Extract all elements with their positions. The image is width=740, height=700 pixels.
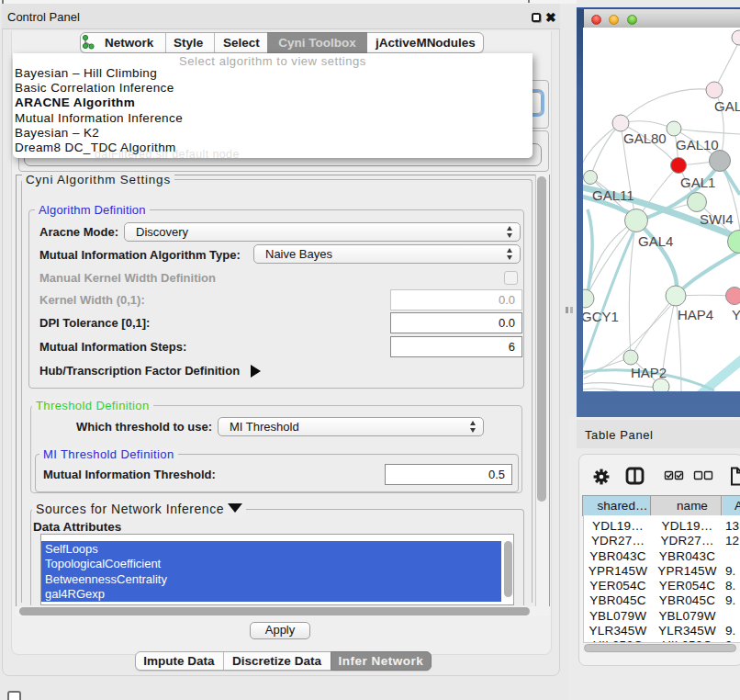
- svg-text:GCY1: GCY1: [583, 309, 619, 324]
- svg-text:GAL11: GAL11: [592, 187, 634, 203]
- svg-text:HAP2: HAP2: [631, 365, 667, 380]
- svg-text:GAL4: GAL4: [638, 233, 673, 249]
- svg-text:Y: Y: [732, 307, 740, 322]
- svg-text:GAL10: GAL10: [676, 137, 719, 152]
- svg-text:GAL7: GAL7: [714, 98, 740, 114]
- svg-text:GAL80: GAL80: [623, 130, 667, 146]
- svg-text:HAP4: HAP4: [678, 307, 713, 322]
- svg-text:SWI4: SWI4: [700, 211, 734, 227]
- svg-text:GAL1: GAL1: [680, 175, 715, 190]
